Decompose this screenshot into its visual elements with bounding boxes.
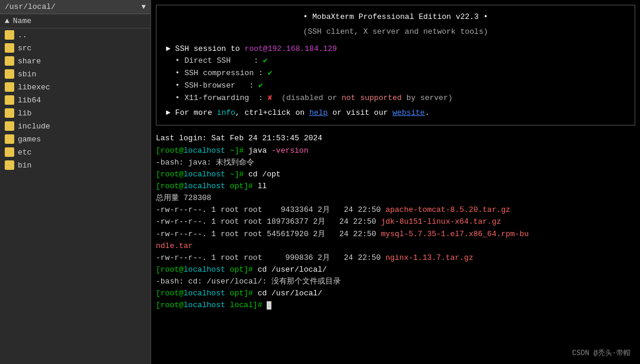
banner-session: ► SSH session to root@192.168.184.129 [166, 43, 625, 56]
sort-icon: ▲ [5, 17, 9, 25]
terminal-line-13: [root@localhost local]# [156, 299, 635, 311]
terminal-output[interactable]: Last login: Sat Feb 24 21:53:45 2024 [ro… [151, 130, 640, 364]
folder-icon [5, 56, 14, 66]
folder-icon [5, 121, 14, 131]
sidebar: /usr/local/ ▼ ▲ Name ..srcsharesbinlibex… [0, 0, 151, 364]
sidebar-dropdown-icon[interactable]: ▼ [142, 3, 146, 11]
terminal-line-6: -rw-r--r--. 1 root root 9433364 2月 24 22… [156, 204, 635, 216]
banner-title: • MobaXterm Professional Edition v22.3 • [166, 11, 625, 24]
terminal-line-4: [root@localhost opt]# ll [156, 181, 635, 192]
banner-ssh-browser: • SSH-browser : ✔ [166, 80, 625, 92]
folder-icon [5, 134, 14, 144]
terminal-area: • MobaXterm Professional Edition v22.3 •… [151, 0, 640, 364]
banner-line1: • MobaXterm Professional Edition v22.3 • [303, 12, 488, 21]
sidebar-path: /usr/local/ [5, 2, 56, 11]
sidebar-item-label: etc [18, 148, 31, 157]
folder-icon [5, 95, 14, 105]
last-login-line: Last login: Sat Feb 24 21:53:45 2024 [156, 133, 635, 144]
sidebar-item-..[interactable]: .. [0, 28, 151, 41]
folder-icon [5, 69, 14, 79]
sidebar-item-label: .. [18, 31, 27, 40]
folder-icon [5, 82, 14, 92]
sidebar-item-etc[interactable]: etc [0, 146, 151, 159]
terminal-line-8: -rw-r--r--. 1 root root 545617920 2月 24 … [156, 228, 635, 240]
folder-icon [5, 160, 14, 170]
mobaxterm-banner: • MobaXterm Professional Edition v22.3 •… [156, 5, 635, 125]
sidebar-file-list: ..srcsharesbinlibexeclib64libincludegame… [0, 28, 151, 364]
sidebar-item-label: share [18, 57, 41, 66]
sidebar-item-games[interactable]: games [0, 133, 151, 146]
terminal-line-1: [root@localhost ~]# java -version [156, 145, 635, 157]
terminal-line-12: [root@localhost opt]# cd /usr/local/ [156, 288, 635, 299]
sidebar-item-label: sbin [18, 70, 36, 79]
terminal-line-11: -bash: cd: /user/local/: 没有那个文件或目录 [156, 276, 635, 288]
sidebar-name-col: ▲ Name [0, 14, 151, 28]
sidebar-item-sbin[interactable]: sbin [0, 67, 151, 80]
sidebar-item-label: bin [18, 161, 31, 170]
folder-icon [5, 147, 14, 157]
terminal-cursor [267, 301, 271, 310]
terminal-line-3: [root@localhost ~]# cd /opt [156, 169, 635, 181]
sidebar-item-lib[interactable]: lib [0, 107, 151, 120]
sidebar-item-label: libexec [18, 83, 50, 92]
banner-direct-ssh: • Direct SSH : ✔ [166, 55, 625, 67]
terminal-line-10: [root@localhost opt]# cd /user/local/ [156, 264, 635, 276]
sidebar-item-label: src [18, 44, 31, 53]
sidebar-item-libexec[interactable]: libexec [0, 80, 151, 94]
banner-ssh-compression: • SSH compression : ✔ [166, 67, 625, 80]
banner-line2: (SSH client, X server and network tools) [166, 26, 625, 38]
sidebar-header[interactable]: /usr/local/ ▼ [0, 0, 151, 14]
folder-icon [5, 43, 14, 53]
sidebar-item-include[interactable]: include [0, 120, 151, 133]
sidebar-item-label: lib64 [18, 96, 41, 105]
terminal-line-5: 总用量 728308 [156, 192, 635, 204]
sidebar-item-label: lib [18, 109, 31, 118]
sidebar-item-label: games [18, 135, 41, 144]
terminal-line-9: -rw-r--r--. 1 root root 990836 2月 24 22:… [156, 252, 635, 264]
parent-icon [5, 30, 14, 40]
sidebar-item-share[interactable]: share [0, 54, 151, 67]
terminal-line-7: -rw-r--r--. 1 root root 189736377 2月 24 … [156, 216, 635, 228]
sidebar-item-lib64[interactable]: lib64 [0, 94, 151, 107]
sidebar-item-src[interactable]: src [0, 41, 151, 54]
csdn-watermark: CSDN @秃头·带帽 [572, 348, 631, 358]
terminal-line-8b: ndle.tar [156, 240, 635, 252]
banner-x11: • X11-forwarding : ✘ (disabled or not su… [166, 92, 625, 105]
banner-info: ► For more info, ctrl+click on help or v… [166, 107, 625, 120]
terminal-line-2: -bash: java: 未找到命令 [156, 157, 635, 169]
sidebar-item-bin[interactable]: bin [0, 159, 151, 172]
sidebar-item-label: include [18, 122, 50, 131]
folder-icon [5, 108, 14, 118]
